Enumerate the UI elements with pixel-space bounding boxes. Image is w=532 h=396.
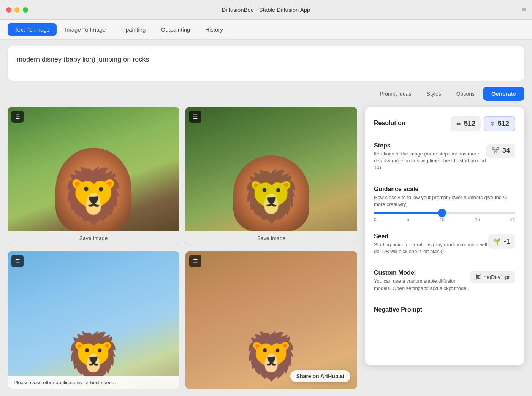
- steps-desc: Iterations of the image (more steps mean…: [374, 150, 486, 171]
- options-button[interactable]: Options: [450, 88, 481, 100]
- negative-prompt-label: Negative Prompt: [374, 306, 515, 313]
- titlebar: DiffusionBee - Stable Diffusion App ≡: [0, 0, 532, 20]
- steps-label: Steps: [374, 142, 486, 149]
- seed-desc: Starting point for iterations (any rando…: [374, 241, 488, 255]
- nav-bar: Text To Image Image To Image Inpainting …: [0, 20, 532, 40]
- steps-control: ✂️ 34: [486, 142, 515, 158]
- image-menu-button-4[interactable]: ☰: [189, 255, 201, 267]
- custom-model-desc: You can use a custom stable diffusion mo…: [374, 278, 470, 291]
- image-4: [185, 251, 357, 390]
- image-3: [8, 251, 179, 390]
- height-icon: ⇕: [490, 120, 495, 127]
- model-icon: 🖼: [475, 274, 481, 280]
- guidance-slider-container: 0 5 10 15 20: [374, 212, 515, 222]
- image-menu-button-3[interactable]: ☰: [11, 255, 24, 267]
- steps-value: 34: [502, 147, 510, 155]
- image-card-2: ☰ Save Image: [185, 107, 357, 245]
- image-card-1: ☰ Save Image: [8, 107, 179, 245]
- main-content: Prompt Ideas Styles Options Generate ☰ S…: [0, 40, 532, 396]
- tab-history[interactable]: History: [198, 23, 230, 36]
- image-wrapper-3: ☰ Please close other applications for be…: [8, 251, 179, 390]
- tab-text-to-image[interactable]: Text To Image: [8, 23, 57, 36]
- slider-label-5: 5: [407, 217, 409, 222]
- toolbar: Prompt Ideas Styles Options Generate: [8, 87, 524, 101]
- resolution-row: Resolution ⇔ 512 ⇕ 512: [374, 116, 515, 131]
- negative-prompt-option: Negative Prompt: [374, 306, 515, 313]
- image-card-4: ☰ Share on ArtHub.ai: [185, 251, 357, 390]
- status-text: Please close other applications for best…: [14, 380, 116, 385]
- seed-input-container: 🌱 -1: [488, 234, 515, 249]
- app-title: DiffusionBee - Stable Diffusion App: [222, 6, 310, 13]
- images-area: ☰ Save Image ☰ Save Image ☰ Please clos: [8, 107, 524, 389]
- steps-icon: ✂️: [492, 147, 499, 154]
- resolution-width-control[interactable]: ⇔ 512: [451, 116, 481, 131]
- slider-label-20: 20: [510, 217, 515, 222]
- slider-fill: [374, 212, 442, 214]
- seed-row: Seed Starting point for iterations (any …: [374, 233, 515, 259]
- slider-label-0: 0: [374, 217, 377, 222]
- guidance-option: Guidance scale How closely to follow you…: [374, 186, 515, 222]
- seed-option: Seed Starting point for iterations (any …: [374, 233, 515, 259]
- custom-model-label: Custom Model: [374, 269, 470, 276]
- image-wrapper-2: ☰: [185, 107, 357, 231]
- image-2: [185, 107, 357, 231]
- model-row: Custom Model You can use a custom stable…: [374, 269, 515, 295]
- steps-value-container: ✂️ 34: [486, 144, 515, 158]
- model-name: moDi-v1-pr: [484, 274, 510, 280]
- titlebar-right: ≡: [522, 6, 526, 14]
- resolution-height-control[interactable]: ⇕ 512: [484, 116, 515, 131]
- save-label-2[interactable]: Save Image: [185, 231, 357, 245]
- steps-row: Steps Iterations of the image (more step…: [374, 142, 515, 175]
- image-wrapper-4: ☰ Share on ArtHub.ai: [185, 251, 357, 390]
- resolution-label: Resolution: [374, 120, 405, 127]
- model-control: 🖼 moDi-v1-pr: [470, 269, 515, 283]
- resolution-height-value: 512: [498, 120, 509, 128]
- generate-button[interactable]: Generate: [483, 87, 524, 101]
- maximize-button[interactable]: [23, 7, 28, 13]
- tab-outpainting[interactable]: Outpainting: [154, 23, 197, 36]
- guidance-label: Guidance scale: [374, 186, 515, 193]
- close-button[interactable]: [6, 7, 11, 13]
- image-wrapper-1: ☰: [8, 107, 179, 231]
- prompt-container: [8, 46, 524, 81]
- options-panel: Resolution ⇔ 512 ⇕ 512: [365, 107, 524, 365]
- model-selector[interactable]: 🖼 moDi-v1-pr: [470, 271, 515, 283]
- model-text: Custom Model You can use a custom stable…: [374, 269, 470, 295]
- window-controls: [6, 7, 28, 13]
- tab-image-to-image[interactable]: Image To Image: [58, 23, 112, 36]
- seed-value: -1: [504, 238, 510, 246]
- seed-text: Seed Starting point for iterations (any …: [374, 233, 488, 259]
- images-grid: ☰ Save Image ☰ Save Image ☰ Please clos: [8, 107, 357, 389]
- image-card-3: ☰ Please close other applications for be…: [8, 251, 179, 390]
- seed-icon: 🌱: [493, 238, 501, 245]
- prompt-ideas-button[interactable]: Prompt Ideas: [373, 88, 418, 100]
- image-menu-button-1[interactable]: ☰: [11, 111, 24, 123]
- slider-label-10: 10: [440, 217, 445, 222]
- tab-inpainting[interactable]: Inpainting: [114, 23, 152, 36]
- resolution-width-value: 512: [464, 120, 475, 128]
- width-icon: ⇔: [456, 120, 461, 127]
- guidance-desc: How closely to follow your prompt (lower…: [374, 194, 515, 208]
- image-1: [8, 107, 179, 231]
- status-bar: Please close other applications for best…: [8, 376, 179, 389]
- image-menu-button-2[interactable]: ☰: [189, 111, 201, 123]
- slider-track: [374, 212, 515, 214]
- minimize-button[interactable]: [14, 7, 20, 13]
- resolution-option: Resolution ⇔ 512 ⇕ 512: [374, 116, 515, 131]
- slider-thumb[interactable]: [438, 209, 446, 217]
- slider-labels: 0 5 10 15 20: [374, 217, 515, 222]
- prompt-input[interactable]: [17, 55, 515, 71]
- save-label-1[interactable]: Save Image: [8, 231, 179, 245]
- steps-option: Steps Iterations of the image (more step…: [374, 142, 515, 175]
- styles-button[interactable]: Styles: [420, 88, 448, 100]
- seed-control: 🌱 -1: [488, 233, 515, 249]
- steps-text: Steps Iterations of the image (more step…: [374, 142, 486, 175]
- slider-label-15: 15: [475, 217, 480, 222]
- arthub-badge[interactable]: Share on ArtHub.ai: [290, 370, 350, 382]
- seed-label: Seed: [374, 233, 488, 240]
- menu-icon[interactable]: ≡: [522, 6, 526, 14]
- custom-model-option: Custom Model You can use a custom stable…: [374, 269, 515, 295]
